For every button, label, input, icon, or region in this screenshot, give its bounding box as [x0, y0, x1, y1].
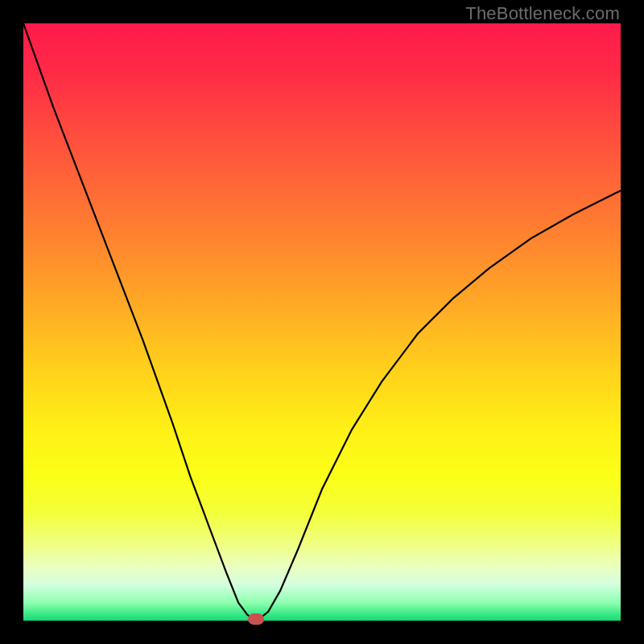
- bottleneck-curve: [23, 23, 621, 619]
- min-marker: [248, 613, 264, 625]
- plot-area: [23, 23, 621, 621]
- chart-frame: TheBottleneck.com: [0, 0, 644, 644]
- watermark-text: TheBottleneck.com: [465, 3, 620, 24]
- curve-svg: [23, 23, 621, 621]
